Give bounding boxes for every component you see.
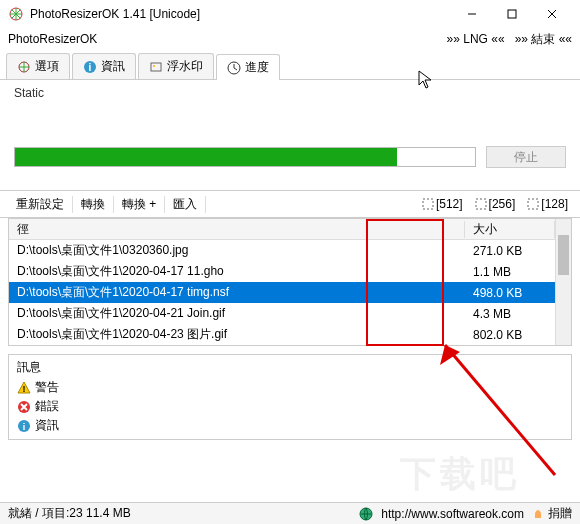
target-icon [527,198,539,210]
zoom-512[interactable]: [512] [418,197,467,211]
close-button[interactable] [532,0,572,28]
svg-rect-5 [151,63,161,71]
watermark-icon [149,60,163,74]
progress-area: 停止 [0,106,580,182]
tab-options[interactable]: 選項 [6,53,70,79]
table-row[interactable]: D:\tools\桌面\文件1\2020-04-17 timg.nsf498.0… [9,282,555,303]
app-icon [8,6,24,22]
status-url[interactable]: http://www.softwareok.com [381,507,524,521]
target-icon [475,198,487,210]
file-table: 徑 大小 D:\tools\桌面\文件1\0320360.jpg271.0 KB… [8,218,572,346]
info-warning: ! 警告 [17,378,563,397]
svg-rect-10 [528,199,538,209]
tab-options-label: 選項 [35,58,59,75]
table-row[interactable]: D:\tools\桌面\文件1\2020-04-17 11.gho1.1 MB [9,261,555,282]
toolbar-reset[interactable]: 重新設定 [8,196,73,213]
svg-text:i: i [89,62,92,73]
svg-rect-1 [508,10,516,18]
titlebar: PhotoResizerOK 1.41 [Unicode] [0,0,580,28]
static-label: Static [0,80,580,106]
svg-rect-9 [476,199,486,209]
toolbar-convert[interactable]: 轉換 [73,196,114,213]
table-row[interactable]: D:\tools\桌面\文件1\2020-04-21 Join.gif4.3 M… [9,303,555,324]
tab-watermark[interactable]: 浮水印 [138,53,214,79]
statusbar: 就緒 / 項目:23 11.4 MB http://www.softwareok… [0,502,580,524]
scrollbar-vertical[interactable] [555,219,571,345]
table-row[interactable]: D:\tools\桌面\文件1\2020-04-23 图片.gif802.0 K… [9,324,555,345]
tab-bar: 選項 i 資訊 浮水印 進度 [0,52,580,80]
progress-bar [14,147,476,167]
zoom-128[interactable]: [128] [523,197,572,211]
table-header: 徑 大小 [9,219,555,240]
cursor-icon [418,70,434,90]
target-icon [422,198,434,210]
menu-end[interactable]: »» 結束 «« [515,31,572,48]
tab-progress-label: 進度 [245,59,269,76]
cell-size: 802.0 KB [465,328,555,342]
scroll-thumb[interactable] [558,235,569,275]
tab-progress[interactable]: 進度 [216,54,280,80]
menu-app[interactable]: PhotoResizerOK [8,32,97,46]
info-error: 錯誤 [17,397,563,416]
tab-info[interactable]: i 資訊 [72,53,136,79]
stop-button[interactable]: 停止 [486,146,566,168]
info-detail: i 資訊 [17,416,563,435]
menu-lang[interactable]: »» LNG «« [447,32,505,46]
svg-text:i: i [23,422,26,432]
error-icon [17,400,31,414]
status-donate[interactable]: 捐贈 [548,505,572,522]
warning-icon: ! [17,381,31,395]
col-header-size[interactable]: 大小 [465,221,555,238]
donate-icon [532,508,544,520]
table-row[interactable]: D:\tools\桌面\文件1\0320360.jpg271.0 KB [9,240,555,261]
info-title: 訊息 [17,359,563,378]
cell-size: 4.3 MB [465,307,555,321]
progress-fill [15,148,397,166]
toolbar-import[interactable]: 匯入 [165,196,206,213]
info-icon: i [83,60,97,74]
cell-size: 1.1 MB [465,265,555,279]
options-icon [17,60,31,74]
menubar: PhotoResizerOK »» LNG «« »» 結束 «« [0,28,580,50]
info-panel: 訊息 ! 警告 錯誤 i 資訊 [8,354,572,440]
window-title: PhotoResizerOK 1.41 [Unicode] [30,7,452,21]
watermark-text: 下载吧 [400,450,520,499]
cell-size: 271.0 KB [465,244,555,258]
svg-text:!: ! [23,384,26,394]
maximize-button[interactable] [492,0,532,28]
annotation-box-size [366,219,444,346]
cell-size: 498.0 KB [465,286,555,300]
svg-point-6 [153,65,155,67]
clock-icon [227,61,241,75]
tab-info-label: 資訊 [101,58,125,75]
toolbar: 重新設定 轉換 轉換 + 匯入 [512] [256] [128] [0,190,580,218]
toolbar-convert-plus[interactable]: 轉換 + [114,196,165,213]
tab-watermark-label: 浮水印 [167,58,203,75]
status-text: 就緒 / 項目:23 11.4 MB [8,505,131,522]
globe-icon [359,507,373,521]
svg-rect-8 [423,199,433,209]
info-small-icon: i [17,419,31,433]
minimize-button[interactable] [452,0,492,28]
zoom-256[interactable]: [256] [471,197,520,211]
